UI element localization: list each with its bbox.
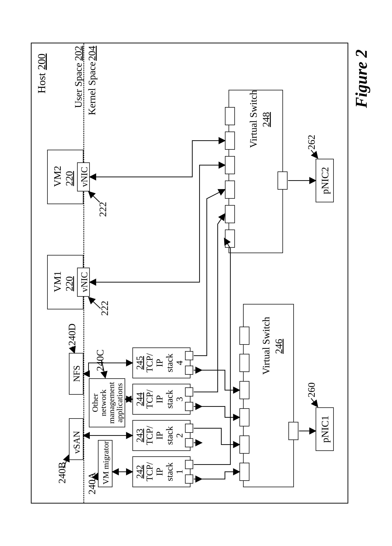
svg-line-0 <box>64 455 69 468</box>
figure-caption: Figure 2 <box>352 49 371 108</box>
svg-line-1 <box>94 474 98 481</box>
svg-line-2 <box>72 347 74 353</box>
wires <box>26 35 366 511</box>
svg-line-5 <box>89 192 100 202</box>
svg-line-4 <box>89 298 101 308</box>
svg-line-7 <box>311 150 317 158</box>
svg-line-6 <box>311 398 317 406</box>
